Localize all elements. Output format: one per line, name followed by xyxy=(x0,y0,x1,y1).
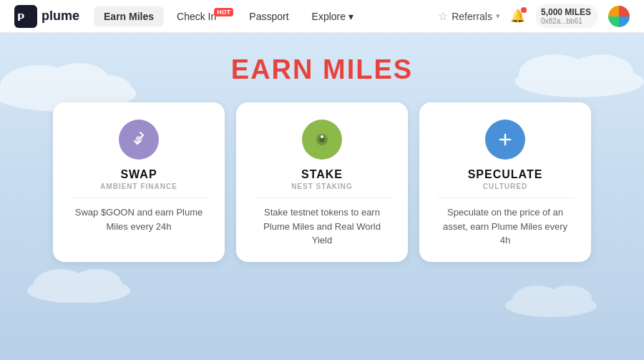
speculate-title: SPECULATE xyxy=(436,168,574,181)
earn-cards-row: S SWAP AMBIENT FINANCE Swap $GOON and ea… xyxy=(43,102,601,262)
svg-text:𝗣: 𝗣 xyxy=(17,11,24,23)
stake-card[interactable]: STAKE NEST STAKING Stake testnet tokens … xyxy=(236,102,408,262)
nav-explore[interactable]: Explore ▾ xyxy=(302,6,364,26)
svg-text:S: S xyxy=(136,136,141,144)
notification-dot xyxy=(521,7,527,13)
chevron-down-icon-referrals: ▾ xyxy=(496,11,500,21)
logo-text: plume xyxy=(42,9,79,24)
swap-icon: S xyxy=(119,120,159,160)
page-background: EARN MILES S SWAP AMBIENT FINANCE Swap $… xyxy=(0,33,644,360)
stake-description: Stake testnet tokens to earn Plume Miles… xyxy=(253,205,391,248)
logo-icon: 𝗣 xyxy=(14,5,37,28)
swap-title: SWAP xyxy=(70,168,208,181)
hot-badge: HOT xyxy=(214,8,233,16)
nav-links: Earn Miles Check In HOT Passport Explore… xyxy=(94,6,438,26)
nav-earn-miles[interactable]: Earn Miles xyxy=(94,6,164,26)
miles-amount: 5,000 MILES xyxy=(541,7,591,17)
navigation: 𝗣 plume Earn Miles Check In HOT Passport… xyxy=(0,0,644,33)
wallet-address: 0x82a...bb61 xyxy=(541,17,591,25)
earn-section: EARN MILES S SWAP AMBIENT FINANCE Swap $… xyxy=(0,33,644,298)
stake-icon xyxy=(302,120,342,160)
star-icon: ☆ xyxy=(438,9,448,23)
avatar[interactable] xyxy=(608,6,630,27)
logo[interactable]: 𝗣 plume xyxy=(14,5,79,28)
stake-subtitle: NEST STAKING xyxy=(253,183,391,190)
speculate-subtitle: CULTURED xyxy=(436,183,574,190)
swap-card[interactable]: S SWAP AMBIENT FINANCE Swap $GOON and ea… xyxy=(53,102,225,262)
earn-title: EARN MILES xyxy=(14,54,630,85)
referrals-button[interactable]: ☆ Referrals ▾ xyxy=(438,9,500,23)
nav-passport[interactable]: Passport xyxy=(239,6,298,26)
nav-right: ☆ Referrals ▾ 🔔 5,000 MILES 0x82a...bb61 xyxy=(438,4,630,28)
notification-bell[interactable]: 🔔 xyxy=(510,9,525,24)
swap-description: Swap $GOON and earn Plume Miles every 24… xyxy=(70,205,208,233)
swap-subtitle: AMBIENT FINANCE xyxy=(70,183,208,190)
svg-point-21 xyxy=(321,135,323,138)
chevron-down-icon: ▾ xyxy=(348,11,353,22)
miles-info: 5,000 MILES 0x82a...bb61 xyxy=(541,7,591,25)
speculate-card[interactable]: SPECULATE CULTURED Speculate on the pric… xyxy=(419,102,591,262)
speculate-icon xyxy=(485,120,525,160)
speculate-description: Speculate on the price of an asset, earn… xyxy=(436,205,574,248)
nav-check-in[interactable]: Check In HOT xyxy=(167,6,236,26)
miles-badge: 5,000 MILES 0x82a...bb61 xyxy=(535,4,598,28)
stake-title: STAKE xyxy=(253,168,391,181)
